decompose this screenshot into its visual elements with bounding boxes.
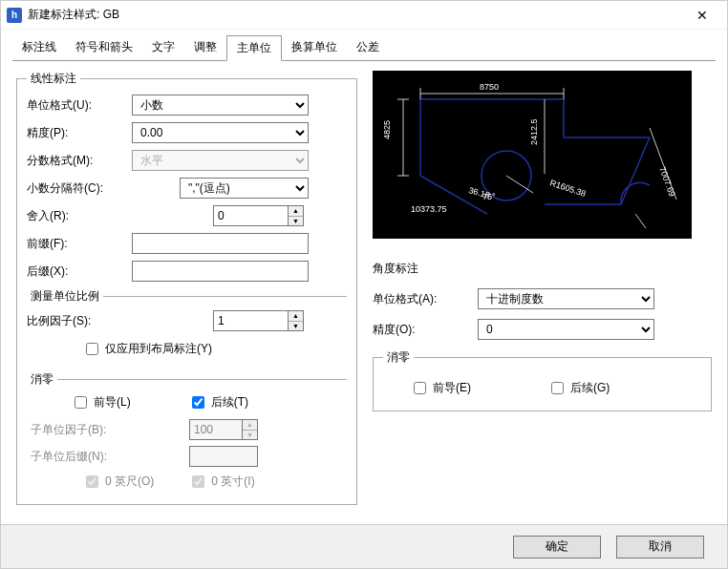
angle-zero-legend: 消零 — [383, 349, 414, 366]
scale-down[interactable]: ▼ — [289, 322, 303, 331]
svg-text:2412.5: 2412.5 — [529, 118, 539, 145]
subf-down: ▼ — [243, 431, 257, 440]
angle-precision-label: 精度(O): — [373, 322, 478, 338]
suffix-input[interactable] — [132, 261, 309, 282]
angle-precision-select[interactable]: 0 — [478, 319, 654, 340]
left-column: 线性标注 单位格式(U): 小数 精度(P): 0.00 分数格式(M): 水平… — [16, 71, 357, 515]
inches-checkbox: 0 英寸(I) — [188, 473, 254, 491]
angle-unit-label: 单位格式(A): — [373, 291, 478, 307]
tab-primary-units[interactable]: 主单位 — [226, 35, 282, 61]
ok-button[interactable]: 确定 — [513, 536, 601, 558]
subunit-factor-label: 子单位因子(B): — [31, 422, 136, 438]
round-up[interactable]: ▲ — [289, 206, 303, 217]
feet-checkbox: 0 英尺(O) — [82, 473, 154, 491]
tab-tolerance[interactable]: 公差 — [347, 35, 389, 61]
cancel-button[interactable]: 取消 — [616, 536, 704, 558]
prefix-label: 前缀(F): — [27, 236, 132, 252]
footer: 确定 取消 — [1, 524, 727, 568]
dialog-window: h 新建标注样式: GB ✕ 标注线 符号和箭头 文字 调整 主单位 换算单位 … — [0, 0, 728, 569]
layout-only-checkbox[interactable]: 仅应用到布局标注(Y) — [82, 340, 212, 358]
angle-unit-select[interactable]: 十进制度数 — [478, 288, 654, 309]
zero-legend: 消零 — [27, 371, 57, 388]
scale-factor-stepper[interactable]: ▲▼ — [213, 310, 304, 331]
suffix-label: 后缀(X): — [27, 263, 132, 280]
subf-up: ▲ — [243, 420, 257, 431]
tab-dimlines[interactable]: 标注线 — [12, 35, 66, 61]
titlebar: h 新建标注样式: GB ✕ — [1, 1, 727, 30]
angle-heading: 角度标注 — [373, 261, 712, 277]
angle-trailing-checkbox[interactable]: 后续(G) — [547, 379, 610, 397]
subunit-factor-input — [189, 419, 242, 440]
preview-image: 8750 4825 2412.5 R1605.38 36.18 75° 7007… — [373, 71, 692, 239]
decimal-sep-label: 小数分隔符(C): — [27, 180, 132, 197]
angle-zero-fieldset: 消零 前导(E) 后续(G) — [373, 349, 712, 411]
round-label: 舍入(R): — [27, 208, 132, 224]
close-button[interactable]: ✕ — [683, 2, 721, 29]
linear-fieldset: 线性标注 单位格式(U): 小数 精度(P): 0.00 分数格式(M): 水平… — [16, 71, 357, 505]
subunit-factor-stepper: ▲▼ — [189, 419, 258, 440]
linear-legend: 线性标注 — [27, 71, 80, 87]
tab-symbols[interactable]: 符号和箭头 — [66, 35, 142, 61]
svg-text:75°: 75° — [482, 192, 496, 201]
precision-select[interactable]: 0.00 — [132, 122, 309, 143]
leading-checkbox[interactable]: 前导(L) — [71, 393, 131, 411]
scale-legend: 测量单位比例 — [27, 288, 103, 305]
prefix-input[interactable] — [132, 233, 309, 254]
subunit-suffix-label: 子单位后缀(N): — [31, 449, 136, 465]
tab-bar: 标注线 符号和箭头 文字 调整 主单位 换算单位 公差 — [1, 30, 727, 61]
svg-text:8750: 8750 — [480, 82, 499, 92]
unit-format-select[interactable]: 小数 — [132, 95, 309, 116]
scale-factor-label: 比例因子(S): — [27, 313, 132, 329]
unit-format-label: 单位格式(U): — [27, 97, 132, 114]
trailing-checkbox[interactable]: 后续(T) — [188, 393, 248, 411]
round-down[interactable]: ▼ — [289, 217, 303, 226]
subunit-suffix-input — [189, 446, 258, 467]
window-title: 新建标注样式: GB — [28, 7, 683, 23]
precision-label: 精度(P): — [27, 125, 132, 141]
fraction-format-label: 分数格式(M): — [27, 153, 132, 169]
svg-text:10373.75: 10373.75 — [411, 204, 447, 214]
round-stepper[interactable]: ▲▼ — [213, 205, 304, 226]
content-area: 线性标注 单位格式(U): 小数 精度(P): 0.00 分数格式(M): 水平… — [1, 61, 727, 524]
app-icon: h — [7, 8, 22, 23]
tab-alt-units[interactable]: 换算单位 — [282, 35, 347, 61]
angle-leading-checkbox[interactable]: 前导(E) — [410, 379, 471, 397]
right-column: 8750 4825 2412.5 R1605.38 36.18 75° 7007… — [373, 71, 712, 515]
scale-factor-input[interactable] — [213, 310, 288, 331]
tab-fit[interactable]: 调整 — [184, 35, 226, 61]
round-input[interactable] — [213, 205, 288, 226]
svg-text:4825: 4825 — [382, 120, 392, 139]
scale-up[interactable]: ▲ — [289, 311, 303, 322]
decimal-sep-select[interactable]: ","(逗点) — [180, 178, 309, 199]
tab-text[interactable]: 文字 — [142, 35, 184, 61]
fraction-format-select: 水平 — [132, 150, 309, 171]
